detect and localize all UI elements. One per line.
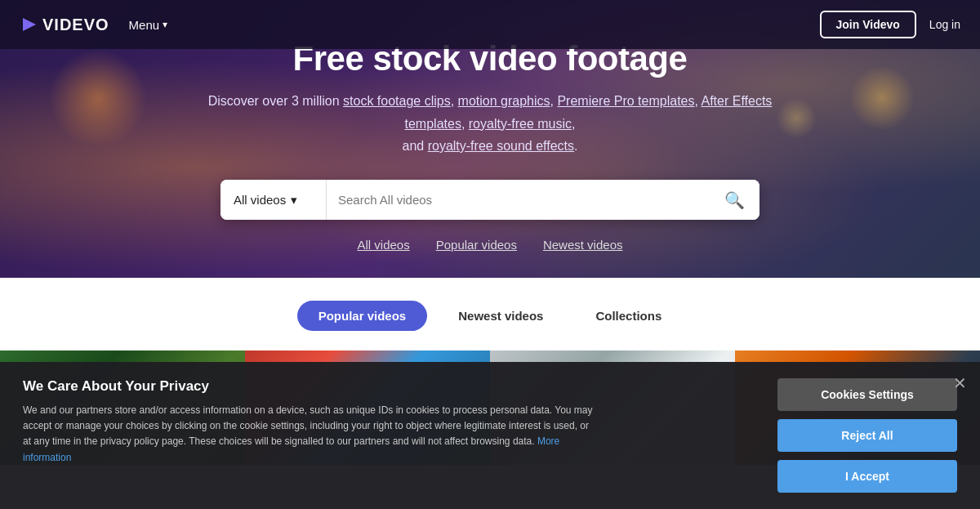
search-button[interactable]: 🔍 (710, 180, 760, 220)
search-icon: 🔍 (724, 190, 745, 210)
menu-button[interactable]: Menu ▾ (129, 18, 168, 32)
tab-popular-videos[interactable]: Popular videos (297, 301, 428, 331)
chevron-down-icon: ▾ (291, 193, 297, 208)
tab-collections[interactable]: Collections (574, 301, 683, 331)
cookies-settings-button[interactable]: Cookies Settings (777, 378, 957, 411)
link-premiere-pro[interactable]: Premiere Pro templates (557, 94, 694, 108)
tab-newest-videos[interactable]: Newest videos (437, 301, 564, 331)
cookie-body: We and our partners store and/or access … (23, 403, 595, 466)
link-sound-effects[interactable]: royalty-free sound effects (428, 139, 574, 153)
navbar-left: VIDEVO Menu ▾ (20, 16, 167, 34)
search-input[interactable] (327, 180, 710, 220)
link-stock-footage[interactable]: stock footage clips (343, 94, 451, 108)
cookie-close-button[interactable]: ✕ (953, 375, 967, 391)
quick-link-newest-videos[interactable]: Newest videos (543, 238, 623, 252)
accept-button[interactable]: I Accept (777, 460, 957, 493)
menu-label: Menu (129, 18, 160, 32)
brand-name: VIDEVO (42, 16, 109, 34)
hero-subtitle: Discover over 3 million stock footage cl… (204, 90, 776, 157)
navbar-right: Join Videvo Log in (820, 11, 960, 38)
cookie-buttons: Cookies Settings Reject All I Accept (777, 378, 957, 493)
cookie-title: We Care About Your Privacy (23, 378, 745, 395)
join-button[interactable]: Join Videvo (820, 11, 916, 38)
quick-link-popular-videos[interactable]: Popular videos (436, 238, 517, 252)
category-label: All videos (234, 193, 286, 207)
link-royalty-music[interactable]: royalty-free music (469, 117, 572, 131)
search-bar: All videos ▾ 🔍 (220, 180, 760, 220)
cookie-banner: We Care About Your Privacy We and our pa… (0, 362, 980, 509)
quick-link-all-videos[interactable]: All videos (358, 238, 410, 252)
login-button[interactable]: Log in (929, 18, 960, 31)
logo[interactable]: VIDEVO (20, 16, 109, 34)
cookie-body-text: We and our partners store and/or access … (23, 404, 593, 447)
hero-quick-links: All videos Popular videos Newest videos (358, 238, 623, 252)
close-icon: ✕ (953, 374, 967, 392)
menu-chevron-icon: ▾ (163, 19, 167, 30)
subtitle-prefix: Discover over 3 million (208, 94, 343, 108)
navbar: VIDEVO Menu ▾ Join Videvo Log in (0, 0, 980, 49)
link-motion-graphics[interactable]: motion graphics (458, 94, 550, 108)
logo-icon (20, 16, 38, 33)
svg-marker-0 (23, 18, 36, 31)
cookie-text-area: We Care About Your Privacy We and our pa… (23, 378, 777, 493)
video-tabs: Popular videos Newest videos Collections (297, 301, 684, 331)
search-category-dropdown[interactable]: All videos ▾ (220, 180, 327, 220)
reject-all-button[interactable]: Reject All (777, 419, 957, 452)
